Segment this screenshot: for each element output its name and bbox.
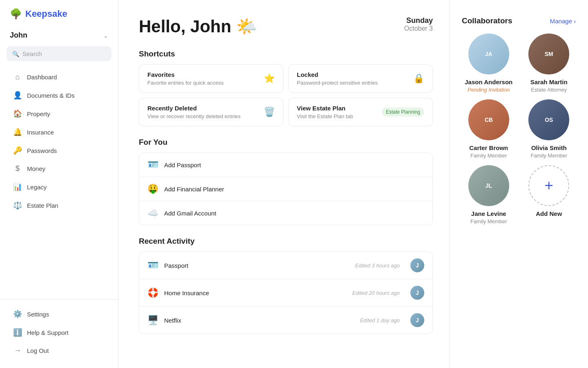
- sidebar-item-logout[interactable]: → Log Out: [3, 342, 115, 359]
- collab-name: Sarah Martin: [530, 79, 568, 85]
- estate-icon: ⚖️: [13, 201, 22, 210]
- lock-icon: 🔒: [413, 73, 424, 84]
- sidebar-item-label: Log Out: [27, 347, 49, 354]
- collab-card-sarah[interactable]: SM Sarah Martin Estate Attorney: [522, 34, 576, 93]
- avatar-olivia: OS: [528, 99, 569, 140]
- manage-button[interactable]: Manage ›: [550, 18, 576, 25]
- legacy-icon: 📊: [13, 182, 22, 191]
- sidebar-item-label: Settings: [27, 311, 49, 318]
- collab-title: Collaborators: [462, 16, 512, 25]
- sidebar-item-label: Help & Support: [27, 329, 69, 336]
- sidebar-item-help[interactable]: ℹ️ Help & Support: [3, 323, 115, 341]
- sidebar-item-label: Property: [27, 110, 50, 117]
- logo-text: Keepsake: [25, 9, 67, 19]
- user-name: John: [10, 31, 27, 40]
- greeting: Hello, John 🌤️: [139, 16, 257, 36]
- recent-time: Edited 3 hours ago: [355, 263, 400, 269]
- sidebar-item-settings[interactable]: ⚙️ Settings: [3, 305, 115, 323]
- sidebar-item-passwords[interactable]: 🔑 Passwords: [3, 141, 115, 159]
- collab-card-carter[interactable]: CB Carter Brown Family Member: [462, 99, 516, 159]
- shortcut-recently-deleted[interactable]: Recently Deleted View or recover recentl…: [139, 98, 283, 126]
- recent-item-passport[interactable]: 🪪 Passport Edited 3 hours ago J: [139, 252, 432, 279]
- sidebar-item-dashboard[interactable]: ⌂ Dashboard: [3, 68, 115, 86]
- shortcut-title: View Estate Plan: [297, 105, 353, 112]
- plus-icon: +: [545, 177, 553, 194]
- search-box[interactable]: 🔍 Search: [7, 46, 111, 61]
- trash-icon: 🗑️: [264, 107, 275, 117]
- passport-icon: 🪪: [147, 159, 158, 170]
- sidebar-item-label: Dashboard: [27, 74, 57, 81]
- collab-name: Olivia Smith: [531, 144, 567, 151]
- logo[interactable]: 🌳 Keepsake: [0, 8, 118, 28]
- main-content: Hello, John 🌤️ Sunday October 3 Shortcut…: [118, 0, 449, 368]
- sidebar-item-estate[interactable]: ⚖️ Estate Plan: [3, 196, 115, 214]
- for-you-gmail[interactable]: ☁️ Add Gmail Account: [139, 201, 432, 225]
- avatar-sarah: SM: [528, 34, 569, 74]
- recent-activity-section: Recent Activity 🪪 Passport Edited 3 hour…: [139, 237, 433, 334]
- sidebar-item-documents[interactable]: 👤 Documents & IDs: [3, 86, 115, 104]
- shortcut-title: Locked: [297, 71, 378, 78]
- chevron-right-icon: ›: [574, 18, 576, 25]
- sidebar-item-insurance[interactable]: 🔔 Insurance: [3, 123, 115, 141]
- sidebar-item-property[interactable]: 🏠 Property: [3, 105, 115, 123]
- sidebar-item-label: Money: [27, 165, 45, 172]
- collab-role: Family Member: [470, 218, 507, 224]
- sidebar-item-legacy[interactable]: 📊 Legacy: [3, 178, 115, 196]
- sidebar-item-label: Insurance: [27, 129, 54, 136]
- avatar: J: [410, 313, 424, 327]
- avatar: J: [410, 286, 424, 300]
- sidebar-item-label: Estate Plan: [27, 202, 58, 209]
- for-you-passport[interactable]: 🪪 Add Passport: [139, 153, 432, 177]
- for-you-list: 🪪 Add Passport 🤑 Add Financial Planner ☁…: [139, 153, 433, 225]
- money-icon: $: [13, 164, 22, 173]
- collab-role: Family Member: [470, 153, 507, 159]
- financial-icon: 🤑: [147, 184, 158, 194]
- collab-role: Estate Attorney: [531, 87, 567, 93]
- add-new-button[interactable]: +: [528, 165, 569, 206]
- for-you-label: Add Gmail Account: [164, 210, 216, 217]
- sidebar: 🌳 Keepsake John ⌄ 🔍 Search ⌂ Dashboard 👤…: [0, 0, 118, 368]
- page-header: Hello, John 🌤️ Sunday October 3: [139, 16, 433, 36]
- for-you-title: For You: [139, 138, 433, 147]
- insurance-recent-icon: 🛟: [147, 287, 158, 298]
- avatar-carter: CB: [468, 99, 509, 140]
- recent-label: Home Insurance: [164, 289, 347, 296]
- shortcuts-title: Shortcuts: [139, 49, 433, 58]
- estate-badge: Estate Planning: [382, 108, 424, 117]
- sidebar-item-label: Passwords: [27, 147, 57, 154]
- manage-label: Manage: [550, 18, 572, 25]
- collab-header: Collaborators Manage ›: [462, 16, 576, 25]
- shortcut-favorites[interactable]: Favorites Favorite entries for quick acc…: [139, 64, 283, 93]
- collaborators-panel: Collaborators Manage › JA Jason Anderson…: [449, 0, 588, 368]
- user-menu[interactable]: John ⌄: [0, 28, 118, 46]
- collab-name: Jane Levine: [471, 210, 506, 217]
- shortcut-subtitle: Visit the Estate Plan tab: [297, 113, 353, 119]
- for-you-section: For You 🪪 Add Passport 🤑 Add Financial P…: [139, 138, 433, 225]
- recent-time: Edited 1 day ago: [360, 317, 400, 323]
- shortcut-subtitle: Favorite entries for quick access: [147, 80, 223, 86]
- sidebar-bottom: ⚙️ Settings ℹ️ Help & Support → Log Out: [0, 299, 118, 360]
- logout-icon: →: [13, 346, 22, 355]
- password-icon: 🔑: [13, 146, 22, 155]
- recent-item-netflix[interactable]: 🖥️ Netflix Edited 1 day ago J: [139, 307, 432, 334]
- recent-label: Passport: [164, 262, 350, 269]
- for-you-financial-planner[interactable]: 🤑 Add Financial Planner: [139, 177, 432, 201]
- sidebar-item-money[interactable]: $ Money: [3, 160, 115, 177]
- shortcut-title: Favorites: [147, 71, 223, 78]
- date-block: Sunday October 3: [404, 16, 433, 32]
- passport-recent-icon: 🪪: [147, 260, 158, 271]
- documents-icon: 👤: [13, 91, 22, 100]
- shortcuts-section: Shortcuts Favorites Favorite entries for…: [139, 49, 433, 126]
- date-day: Sunday: [404, 16, 433, 25]
- logo-icon: 🌳: [10, 8, 22, 20]
- collab-card-olivia[interactable]: OS Olivia Smith Family Member: [522, 99, 576, 159]
- shortcut-locked[interactable]: Locked Password-protect sensitive entrie…: [288, 64, 433, 93]
- add-new-card[interactable]: + Add New: [522, 165, 576, 224]
- recent-item-home-insurance[interactable]: 🛟 Home Insurance Edited 20 hours ago J: [139, 279, 432, 307]
- collab-card-jason[interactable]: JA Jason Anderson Pending Invitation: [462, 34, 516, 93]
- shortcut-estate-plan[interactable]: View Estate Plan Visit the Estate Plan t…: [288, 98, 433, 126]
- collab-card-jane[interactable]: JL Jane Levine Family Member: [462, 165, 516, 224]
- collab-name: Jason Anderson: [465, 79, 512, 85]
- recent-list: 🪪 Passport Edited 3 hours ago J 🛟 Home I…: [139, 251, 433, 334]
- sidebar-item-label: Documents & IDs: [27, 92, 75, 99]
